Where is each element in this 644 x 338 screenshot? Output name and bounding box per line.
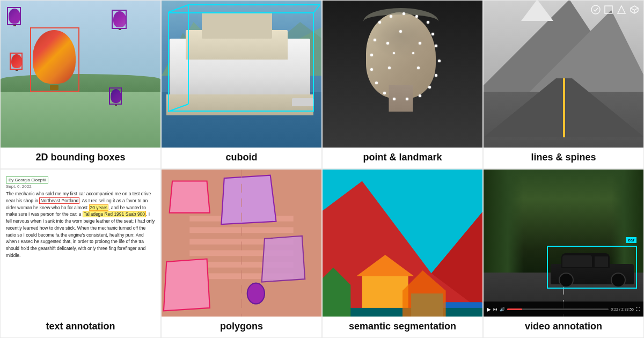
svg-line-3 xyxy=(314,5,320,12)
highlight-years: 20 years xyxy=(89,204,109,211)
bbox-large-balloon xyxy=(30,27,79,92)
video-progress-bar[interactable] xyxy=(507,308,609,310)
svg-line-17 xyxy=(634,11,638,13)
landmark-dot xyxy=(406,98,408,100)
image-text: By Georgia Cloepfil Sept. 6, 2022 The me… xyxy=(1,170,160,317)
landmark-dot xyxy=(399,30,402,33)
skip-icon[interactable]: ⏮ xyxy=(493,307,497,312)
landmark-dot xyxy=(438,60,441,62)
landmark-dot xyxy=(428,86,431,89)
svg-line-16 xyxy=(631,11,634,13)
semseg-svg xyxy=(323,170,482,317)
landmark-dot xyxy=(386,42,389,45)
svg-marker-26 xyxy=(221,175,276,224)
small-boat xyxy=(292,98,313,106)
article-date: Sept. 6, 2022 xyxy=(6,184,155,189)
bbox-small-tl xyxy=(7,7,21,25)
article-body: The mechanic who sold me my first car ac… xyxy=(6,190,155,259)
landmark-dot xyxy=(431,33,434,35)
video-car-bbox: car xyxy=(547,246,637,289)
svg-marker-25 xyxy=(170,181,210,212)
svg-line-5 xyxy=(168,104,188,112)
cell-polygons: polygons xyxy=(161,169,322,338)
video-controls: ▶ ⏮ 🔊 0:22 / 2:33:56 ⛶ xyxy=(484,302,643,317)
svg-marker-12 xyxy=(631,6,638,10)
image-lines xyxy=(484,1,643,148)
label-semseg: semantic segmentation xyxy=(349,317,456,337)
label-bounding-boxes: 2D bounding boxes xyxy=(35,148,125,168)
cuboid-lines xyxy=(162,1,321,148)
image-landmark xyxy=(323,1,482,148)
fullscreen-icon[interactable]: ⛶ xyxy=(636,307,640,312)
check-icon xyxy=(591,5,601,14)
image-cuboid xyxy=(162,1,321,148)
label-lines: lines & spines xyxy=(531,148,596,168)
highlight-location: Northeast Portland xyxy=(39,197,79,204)
car-label: car xyxy=(626,237,636,243)
svg-point-9 xyxy=(591,5,600,14)
svg-marker-27 xyxy=(164,259,210,311)
landmark-dot-eye xyxy=(393,52,395,54)
landmark-dot xyxy=(419,42,421,45)
video-progress-fill xyxy=(507,308,522,310)
label-landmark: point & landmark xyxy=(363,148,442,168)
polygon-svg xyxy=(162,170,321,317)
svg-rect-10 xyxy=(605,6,612,13)
svg-point-28 xyxy=(247,283,265,304)
cell-semseg: semantic segmentation xyxy=(322,169,483,338)
bbox-small-tr xyxy=(112,10,127,29)
bbox-small-lm xyxy=(10,53,23,70)
square-icon xyxy=(604,5,613,14)
main-grid: 2D bounding boxes xyxy=(0,0,644,338)
label-cuboid: cuboid xyxy=(226,148,258,168)
landmark-dot xyxy=(435,45,437,47)
article-byline: By Georgia Cloepfil xyxy=(6,177,48,183)
triangle-icon xyxy=(617,5,626,14)
cell-video: car ▶ ⏮ 🔊 0:22 / 2:33:56 ⛶ video annota xyxy=(483,169,644,338)
image-semseg xyxy=(323,170,482,317)
svg-marker-11 xyxy=(618,6,625,13)
landmark-dot-eye xyxy=(412,52,414,54)
highlight-car: Talladega Red 1991 Saab 900 xyxy=(83,211,146,217)
image-polygons xyxy=(162,170,321,317)
cell-text: By Georgia Cloepfil Sept. 6, 2022 The me… xyxy=(0,169,161,338)
svg-line-2 xyxy=(168,5,188,12)
cell-lines: lines & spines xyxy=(483,0,644,169)
image-video: car ▶ ⏮ 🔊 0:22 / 2:33:56 ⛶ xyxy=(484,170,643,317)
play-icon[interactable]: ▶ xyxy=(487,306,491,312)
label-polygons: polygons xyxy=(220,317,263,337)
label-video: video annotation xyxy=(525,317,602,337)
volume-icon[interactable]: 🔊 xyxy=(500,307,505,312)
landmark-dot xyxy=(393,98,396,100)
icons-overlay xyxy=(591,5,639,14)
cell-landmark: point & landmark xyxy=(322,0,483,169)
statue-head-container xyxy=(361,12,441,117)
road-svg xyxy=(484,1,643,148)
label-text: text annotation xyxy=(46,317,115,337)
landmark-dot xyxy=(402,12,405,15)
cell-cuboid: cuboid xyxy=(161,0,322,169)
bbox-small-br xyxy=(109,87,122,105)
video-time: 0:22 / 2:33:56 xyxy=(611,307,634,311)
landmark-dot xyxy=(435,74,437,77)
svg-marker-29 xyxy=(262,236,305,282)
cell-bounding-boxes: 2D bounding boxes xyxy=(0,0,161,169)
image-bounding-boxes xyxy=(1,1,160,148)
3d-icon xyxy=(630,5,639,14)
